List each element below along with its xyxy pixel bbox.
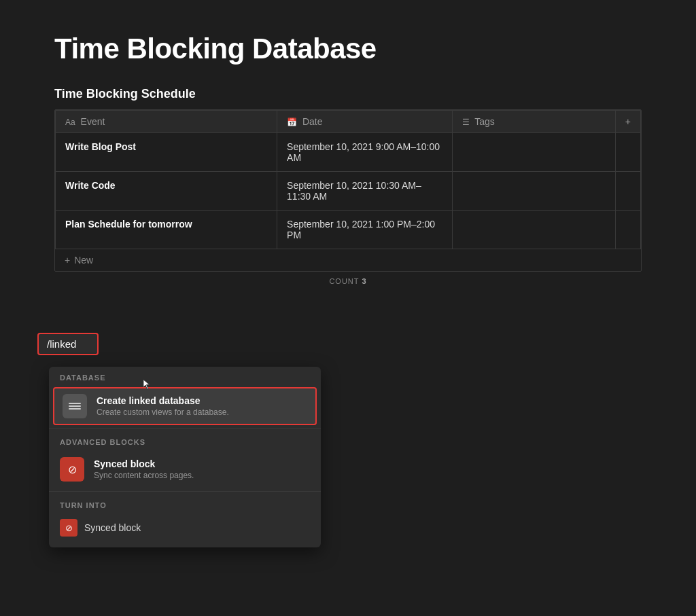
col-tags-label: Tags <box>474 116 495 127</box>
date-icon: 📅 <box>287 117 297 127</box>
event-name-2: Write Code <box>65 180 116 191</box>
synced-block-icon: ⊘ <box>60 457 84 482</box>
database-table: Aa Event 📅 Date ☰ Tags + <box>55 110 641 249</box>
event-cell-2[interactable]: Write Code <box>56 172 277 211</box>
create-linked-desc: Create custom views for a database. <box>97 407 229 417</box>
create-linked-database-text: Create linked database Create custom vie… <box>97 395 229 417</box>
advanced-blocks-section-label: ADVANCED BLOCKS <box>49 431 321 450</box>
add-cell-2 <box>615 172 640 211</box>
new-row-button[interactable]: + New <box>55 249 641 271</box>
col-date-label: Date <box>302 116 323 127</box>
turn-into-sync-symbol: ⊘ <box>65 523 73 533</box>
col-header-tags[interactable]: ☰ Tags <box>452 111 615 133</box>
sync-icon-symbol: ⊘ <box>68 463 77 476</box>
date-cell-3[interactable]: September 10, 2021 1:00 PM–2:00 PM <box>277 211 453 249</box>
event-name-1: Write Blog Post <box>65 141 136 152</box>
add-cell-1 <box>615 133 640 172</box>
col-header-date[interactable]: 📅 Date <box>277 111 453 133</box>
table-row: Write Blog Post September 10, 2021 9:00 … <box>56 133 641 172</box>
synced-block-item[interactable]: ⊘ Synced block Sync content across pages… <box>49 450 321 488</box>
synced-block-text: Synced block Sync content across pages. <box>94 458 194 480</box>
slash-input-container: /linked <box>37 333 99 355</box>
create-linked-title: Create linked database <box>97 395 229 406</box>
turn-into-synced-item[interactable]: ⊘ Synced block <box>49 513 321 542</box>
event-name-3: Plan Schedule for tomorrow <box>65 219 192 230</box>
synced-block-title: Synced block <box>94 458 194 469</box>
page-title: Time Blocking Database <box>54 33 642 65</box>
create-linked-database-item[interactable]: Create linked database Create custom vie… <box>53 387 317 425</box>
menu-divider-2 <box>49 491 321 492</box>
dropdown-menu: DATABASE Create linked database Create c… <box>49 367 321 547</box>
count-row: COUNT 3 <box>54 272 642 291</box>
table-row: Plan Schedule for tomorrow September 10,… <box>56 211 641 249</box>
date-value-1: September 10, 2021 9:00 AM–10:00 AM <box>287 141 440 163</box>
col-event-label: Event <box>81 116 105 127</box>
text-icon: Aa <box>65 117 75 127</box>
event-cell-3[interactable]: Plan Schedule for tomorrow <box>56 211 277 249</box>
plus-icon: + <box>65 255 70 266</box>
menu-divider-1 <box>49 428 321 429</box>
tags-cell-2[interactable] <box>452 172 615 211</box>
turn-into-synced-label: Synced block <box>84 522 141 533</box>
tags-cell-3[interactable] <box>452 211 615 249</box>
count-value: 3 <box>362 277 366 285</box>
turn-into-section-label: TURN INTO <box>49 494 321 513</box>
date-cell-2[interactable]: September 10, 2021 10:30 AM–11:30 AM <box>277 172 453 211</box>
event-cell-1[interactable]: Write Blog Post <box>56 133 277 172</box>
new-label: New <box>74 255 93 266</box>
database-section-label: DATABASE <box>49 367 321 386</box>
tags-cell-1[interactable] <box>452 133 615 172</box>
col-add-button[interactable]: + <box>615 111 640 133</box>
col-add-label: + <box>625 116 631 127</box>
slash-command-input[interactable]: /linked <box>37 333 99 355</box>
count-label: COUNT <box>329 277 359 285</box>
slash-command-text: /linked <box>47 338 76 350</box>
turn-into-sync-icon: ⊘ <box>60 519 77 537</box>
tags-icon: ☰ <box>462 117 470 127</box>
date-value-2: September 10, 2021 10:30 AM–11:30 AM <box>287 180 421 202</box>
section-title: Time Blocking Schedule <box>54 87 642 101</box>
create-linked-database-icon <box>63 394 87 418</box>
add-cell-3 <box>615 211 640 249</box>
date-value-3: September 10, 2021 1:00 PM–2:00 PM <box>287 219 435 240</box>
table-row: Write Code September 10, 2021 10:30 AM–1… <box>56 172 641 211</box>
mouse-cursor <box>143 379 151 390</box>
synced-block-desc: Sync content across pages. <box>94 471 194 480</box>
col-header-event[interactable]: Aa Event <box>56 111 277 133</box>
date-cell-1[interactable]: September 10, 2021 9:00 AM–10:00 AM <box>277 133 453 172</box>
database-table-wrapper: Aa Event 📅 Date ☰ Tags + <box>54 109 642 272</box>
